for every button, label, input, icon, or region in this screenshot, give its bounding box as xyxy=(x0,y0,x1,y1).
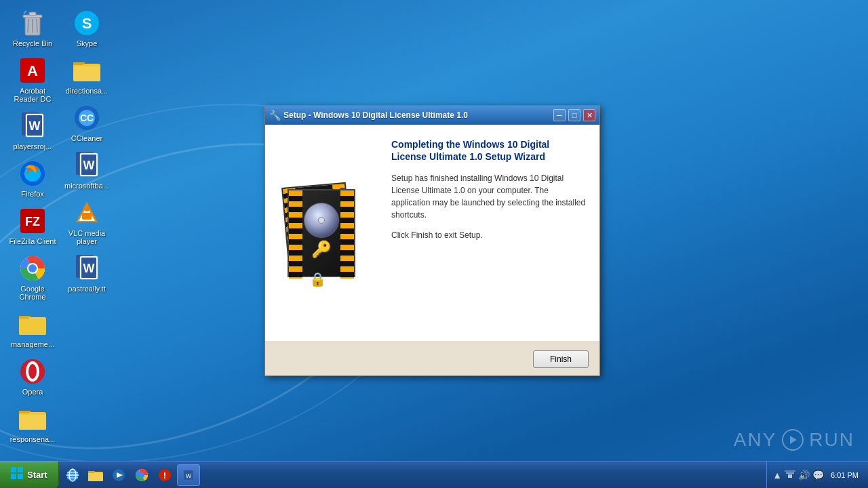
recycle-bin-label: Recycle Bin xyxy=(13,39,52,47)
svg-text:FZ: FZ xyxy=(25,215,40,228)
svg-point-17 xyxy=(27,263,38,274)
svg-rect-14 xyxy=(20,209,45,233)
filezilla-icon: FZ xyxy=(19,207,46,235)
windows-logo-icon xyxy=(11,467,23,483)
svg-text:W: W xyxy=(185,472,191,479)
svg-text:CC: CC xyxy=(80,113,94,123)
svg-rect-49 xyxy=(18,474,23,479)
pastreally-label: pastreally.tt xyxy=(68,285,105,293)
svg-point-23 xyxy=(27,363,38,380)
svg-rect-19 xyxy=(19,317,46,335)
dialog-minimize-button[interactable]: ─ xyxy=(553,109,566,121)
tray-network-icon[interactable] xyxy=(785,469,795,481)
svg-marker-37 xyxy=(76,202,98,222)
svg-point-60 xyxy=(139,472,144,478)
directionsa-icon xyxy=(73,57,100,84)
taskbar-items: ! W xyxy=(59,464,767,486)
svg-point-40 xyxy=(84,206,90,211)
svg-text:W: W xyxy=(83,262,95,275)
svg-line-5 xyxy=(37,19,37,33)
management-label: manageme... xyxy=(11,340,54,348)
desktop-icon-chrome[interactable]: Google Chrome xyxy=(5,251,60,305)
svg-rect-24 xyxy=(19,412,46,430)
tray-volume-icon[interactable]: 🔊 xyxy=(798,470,810,481)
desktop-icon-firefox[interactable]: Firefox xyxy=(5,156,60,202)
skype-label: Skype xyxy=(77,39,98,47)
desktop-icon-acrobat[interactable]: A Acrobat Reader DC xyxy=(5,53,60,107)
svg-rect-43 xyxy=(81,258,96,278)
skype-icon: S xyxy=(73,9,100,37)
desktop-icon-management[interactable]: manageme... xyxy=(5,306,60,352)
acrobat-label: Acrobat Reader DC xyxy=(8,87,57,103)
taskbar-setup-item[interactable]: W xyxy=(177,464,200,486)
system-tray: ▲ 🔊 💬 6:01 PM xyxy=(766,462,868,489)
vlc-label: VLC media player xyxy=(62,229,111,245)
desktop-icon-vlc[interactable]: VLC media player xyxy=(60,195,114,249)
opera-label: Opera xyxy=(22,388,43,396)
opera-icon xyxy=(19,358,46,385)
dialog-body1: Setup has finished installing Windows 10… xyxy=(391,172,586,221)
svg-rect-29 xyxy=(73,66,100,81)
desktop-icon-opera[interactable]: Opera xyxy=(5,354,60,400)
svg-point-12 xyxy=(20,161,45,186)
taskbar: Start xyxy=(0,461,868,488)
vlc-icon xyxy=(73,199,100,226)
watermark-run: RUN xyxy=(809,429,854,451)
dialog-body2: Click Finish to exit Setup. xyxy=(391,229,586,241)
svg-rect-33 xyxy=(76,152,94,175)
tray-notification-icon[interactable]: 💬 xyxy=(812,470,824,481)
start-button[interactable]: Start xyxy=(0,462,59,489)
recycle-bin-icon xyxy=(19,9,46,37)
dialog-close-button[interactable]: ✕ xyxy=(583,109,595,121)
svg-rect-66 xyxy=(786,472,794,474)
playersproject-label: playersroj... xyxy=(14,142,52,150)
desktop-icon-recycle-bin[interactable]: Recycle Bin xyxy=(5,5,60,52)
svg-point-16 xyxy=(20,256,45,281)
responsena-icon xyxy=(19,405,46,432)
setup-dialog: 🔧 Setup - Windows 10 Digital License Ult… xyxy=(264,105,600,376)
filezilla-label: FileZilla Client xyxy=(9,237,56,245)
microsoftba-label: microsoftba... xyxy=(64,182,109,190)
taskbar-folder-icon[interactable] xyxy=(85,464,106,486)
acrobat-icon: A xyxy=(19,57,46,84)
desktop-icon-directionsa[interactable]: directionsa... xyxy=(60,53,114,99)
firefox-icon xyxy=(19,160,46,187)
taskbar-security-icon[interactable]: ! xyxy=(154,464,176,486)
dialog-illustration: 🔑 🔒 xyxy=(265,125,380,342)
svg-rect-46 xyxy=(11,467,16,472)
svg-text:S: S xyxy=(82,15,92,32)
desktop-icon-playersproject[interactable]: W playersroj... xyxy=(5,108,60,155)
watermark-any: ANY xyxy=(734,429,777,451)
svg-rect-25 xyxy=(19,415,46,430)
desktop-icon-skype[interactable]: S Skype xyxy=(60,5,114,52)
svg-marker-38 xyxy=(79,206,95,221)
svg-rect-47 xyxy=(18,467,23,472)
taskbar-media-icon[interactable] xyxy=(108,464,130,486)
start-label: Start xyxy=(27,470,47,480)
desktop-icon-ccleaner[interactable]: CC CCleaner xyxy=(60,100,114,146)
svg-line-3 xyxy=(28,19,28,33)
desktop-icon-microsoftba[interactable]: W microsoftba... xyxy=(60,148,114,194)
desktop-icon-responsena[interactable]: responsena... xyxy=(5,401,60,447)
dialog-footer: Finish xyxy=(265,342,599,375)
tray-up-arrow[interactable]: ▲ xyxy=(772,470,782,481)
dialog-title-icon: 🔧 xyxy=(269,110,281,121)
svg-marker-45 xyxy=(790,436,797,444)
management-icon xyxy=(19,310,46,338)
taskbar-chrome-icon[interactable] xyxy=(131,464,153,486)
svg-text:!: ! xyxy=(163,470,165,481)
svg-rect-35 xyxy=(81,155,96,175)
desktop-icon-filezilla[interactable]: FZ FileZilla Client xyxy=(5,203,60,249)
finish-button[interactable]: Finish xyxy=(533,350,589,368)
svg-rect-34 xyxy=(80,153,98,176)
svg-text:A: A xyxy=(27,62,38,79)
clock-display[interactable]: 6:01 PM xyxy=(827,471,863,479)
desktop-icon-pastreally[interactable]: W pastreally.tt xyxy=(60,251,114,297)
directionsa-label: directionsa... xyxy=(66,87,108,95)
svg-point-13 xyxy=(24,165,41,182)
svg-point-22 xyxy=(20,359,45,384)
svg-rect-67 xyxy=(785,470,795,472)
dialog-titlebar: 🔧 Setup - Windows 10 Digital License Ult… xyxy=(265,106,599,125)
dialog-maximize-button[interactable]: □ xyxy=(568,109,580,121)
taskbar-ie-icon[interactable] xyxy=(62,464,83,486)
